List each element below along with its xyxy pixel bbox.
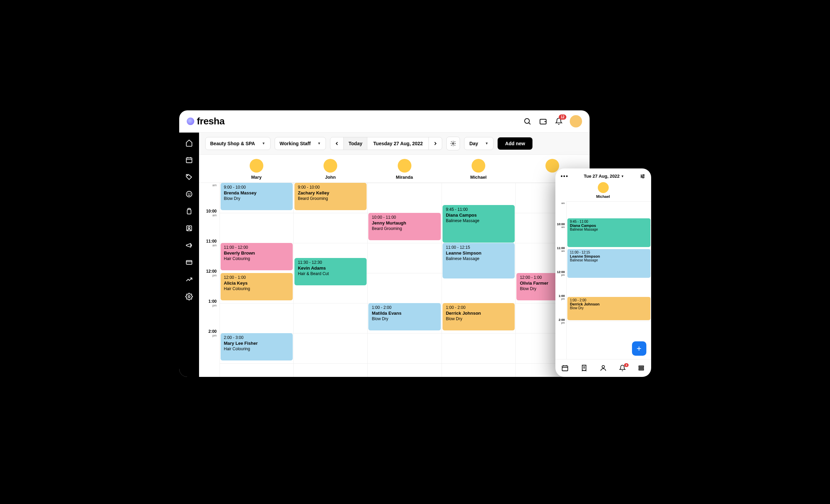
filter-icon[interactable] [640,173,646,179]
home-icon[interactable] [185,139,193,147]
tab-calendar-icon[interactable] [561,364,569,372]
location-dropdown[interactable]: Beauty Shop & SPA▼ [205,137,271,150]
analytics-icon[interactable] [185,275,193,284]
megaphone-icon[interactable] [185,241,193,249]
appointment-time: 11:00 - 12:15 [446,245,511,250]
appointment-card[interactable]: 9:00 - 10:00Brenda MasseyBlow Dry [221,183,293,210]
main-content: Beauty Shop & SPA▼ Working Staff▼ Today … [199,133,590,377]
appointment-card[interactable]: 9:00 - 10:00Zachary KelleyBeard Grooming [294,183,367,210]
appointment-client: Zachary Kelley [298,190,363,195]
product-icon[interactable] [185,207,193,215]
appointment-card[interactable]: 1:00 - 2:00Derrick JohnsonBlow Dry [443,303,515,330]
svg-rect-32 [639,368,644,369]
appointment-client: Derrick Johnson [446,311,511,316]
chevron-down-icon: ▼ [485,141,488,145]
topbar: fresha 12 [179,110,590,133]
appointment-service: Hair & Beard Cut [298,271,363,276]
sidebar [179,133,199,377]
staff-day-column: 10:00 - 11:00Jenny MurtaughBeard Groomin… [367,183,441,377]
time-label: 10:00am [557,222,565,228]
appointment-client: Mary Lee Fisher [224,341,289,346]
wallet-icon[interactable] [538,117,548,126]
appointment-card[interactable]: 2:00 - 3:00Mary Lee FisherHair Colouring [221,333,293,360]
appointment-service: Blow Dry [224,196,289,201]
time-label: 1:00pm [558,294,565,300]
brand-logo[interactable]: fresha [187,116,225,127]
appointment-card[interactable]: 9:45 - 11:00Diana CamposBalinese Massage [443,205,515,243]
view-dropdown[interactable]: Day▼ [464,137,493,150]
add-new-button[interactable]: Add new [498,137,532,150]
search-icon[interactable] [523,117,532,126]
chevron-down-icon: ▼ [262,141,265,145]
appointment-time: 9:45 - 11:00 [446,207,511,212]
tab-clients-icon[interactable] [600,364,607,372]
time-label: 2:00pm [208,329,216,337]
prev-day-button[interactable] [330,137,344,150]
staff-name: Mary [251,175,262,180]
date-display[interactable]: Tuesday 27 Aug, 2022 [367,137,429,150]
svg-rect-31 [639,366,644,367]
staff-avatar [250,159,263,173]
profile-avatar[interactable] [570,115,582,127]
appointment-card[interactable]: 9:45 - 11:00Diana CamposBalinese Massage [567,218,650,247]
appointment-card[interactable]: 11:00 - 12:15Leanne SimpsonBalinese Mass… [443,243,515,278]
staff-header-row: MaryJohnMirandaMichael [199,155,590,183]
calendar-settings-button[interactable] [446,137,460,150]
mobile-date-picker[interactable]: Tue 27 Aug, 2022▼ [584,174,624,179]
today-button[interactable]: Today [344,137,367,150]
calendar-icon[interactable] [185,156,193,164]
appointment-card[interactable]: 11:00 - 12:15Leanne SimpsonBalinese Mass… [567,249,650,278]
notifications-icon[interactable]: 12 [554,117,564,126]
staff-day-column: 9:00 - 10:00Zachary KelleyBeard Grooming… [293,183,367,377]
tab-notifications-icon[interactable]: 3 [619,365,626,371]
time-label: 11:00am [206,239,217,247]
appointment-client: Leanne Simpson [446,250,511,256]
add-fab-button[interactable]: + [632,341,646,356]
mobile-app: ••• Tue 27 Aug, 2022▼ Michael 9:00am10:0… [555,168,651,377]
appointment-time: 11:00 - 12:15 [570,250,648,254]
appointment-card[interactable]: 12:00 - 1:00Alicia KeysHair Colouring [221,273,293,300]
card-icon[interactable] [185,258,193,267]
staff-avatar [472,159,485,173]
appointment-card[interactable]: 1:00 - 2:00Matilda EvansBlow Dry [368,303,440,330]
tag-icon[interactable] [185,173,193,181]
notification-badge: 12 [559,114,566,120]
contact-icon[interactable] [185,224,193,232]
next-day-button[interactable] [429,137,442,150]
staff-name: Miranda [396,175,413,180]
staff-dropdown[interactable]: Working Staff▼ [275,137,326,150]
desktop-app: fresha 12 [179,110,590,377]
appointment-time: 2:00 - 3:00 [224,335,289,340]
staff-column-header[interactable]: Miranda [367,159,441,180]
svg-rect-14 [186,260,192,264]
appointment-service: Blow Dry [446,316,511,321]
chevron-down-icon: ▼ [317,141,321,145]
appointment-card[interactable]: 11:30 - 12:30Kevin AdamsHair & Beard Cut [294,258,367,285]
tab-receipt-icon[interactable] [580,364,588,372]
chevron-down-icon: ▼ [621,175,624,178]
time-label: 12:00pm [557,270,565,276]
appointment-time: 1:00 - 2:00 [446,305,511,310]
appointment-client: Diana Campos [570,223,648,228]
appointment-card[interactable]: 1:00 - 2:00Derrick JohnsonBlow Dry [567,297,650,320]
staff-column-header[interactable]: Mary [220,159,293,180]
staff-column-header[interactable]: Michael [442,159,515,180]
appointment-card[interactable]: 11:00 - 12:00Beverly BrownHair Colouring [221,243,293,270]
appointment-client: Brenda Massey [224,190,289,195]
smile-icon[interactable] [185,190,193,198]
staff-avatar [545,159,559,173]
settings-icon[interactable] [185,292,193,301]
staff-avatar [324,159,337,173]
svg-point-30 [602,366,605,368]
mobile-topbar: ••• Tue 27 Aug, 2022▼ [555,168,651,182]
appointment-time: 10:00 - 11:00 [372,215,437,220]
svg-point-21 [643,174,644,175]
appointment-card[interactable]: 10:00 - 11:00Jenny MurtaughBeard Groomin… [368,213,440,240]
appointment-time: 11:30 - 12:30 [298,260,363,265]
svg-rect-3 [186,158,192,163]
appointment-client: Beverly Brown [224,250,289,256]
more-menu-icon[interactable]: ••• [561,173,569,179]
staff-column-header[interactable]: John [293,159,367,180]
tab-menu-icon[interactable] [637,364,645,372]
notification-badge: 3 [624,363,628,367]
